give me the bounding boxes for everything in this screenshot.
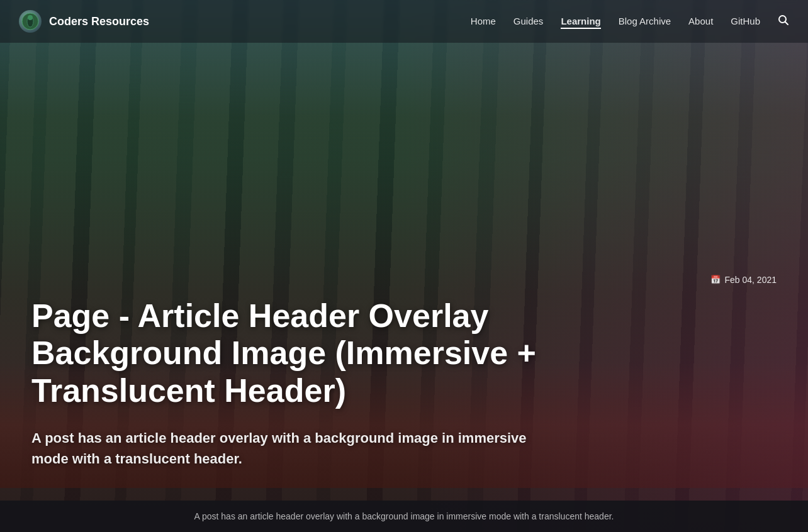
nav-item-blog-archive[interactable]: Blog Archive: [619, 16, 671, 27]
nav-item-guides[interactable]: Guides: [513, 16, 544, 27]
svg-point-2: [28, 15, 33, 20]
nav-link-learning[interactable]: Learning: [561, 16, 600, 29]
brand-link[interactable]: Coders Resources: [19, 10, 149, 33]
nav-link-about[interactable]: About: [688, 16, 713, 26]
nav-links: Home Guides Learning Blog Archive About …: [471, 14, 789, 28]
footer-text: A post has an article header overlay wit…: [194, 511, 614, 521]
nav-search-button[interactable]: [778, 14, 789, 28]
nav-item-about[interactable]: About: [688, 16, 713, 27]
hero-date-row: 📅 Feb 04, 2021: [31, 275, 777, 285]
nav-link-guides[interactable]: Guides: [513, 16, 544, 26]
nav-link-github[interactable]: GitHub: [731, 16, 760, 26]
footer-bar: A post has an article header overlay wit…: [0, 501, 808, 532]
nav-link-blog-archive[interactable]: Blog Archive: [619, 16, 671, 26]
nav-item-home[interactable]: Home: [471, 16, 496, 27]
calendar-icon: 📅: [710, 275, 721, 284]
brand-logo: [19, 10, 42, 33]
nav-link-home[interactable]: Home: [471, 16, 496, 26]
svg-line-4: [785, 22, 788, 25]
nav-item-github[interactable]: GitHub: [731, 16, 760, 27]
hero-subtitle: A post has an article header overlay wit…: [31, 428, 566, 469]
hero-content: 📅 Feb 04, 2021 Page - Article Header Ove…: [0, 275, 808, 469]
nav-item-learning[interactable]: Learning: [561, 16, 600, 27]
navbar: Coders Resources Home Guides Learning Bl…: [0, 0, 808, 43]
brand-name: Coders Resources: [49, 15, 149, 28]
hero-date: Feb 04, 2021: [724, 275, 777, 285]
search-icon[interactable]: [778, 17, 789, 28]
hero-title: Page - Article Header Overlay Background…: [31, 297, 598, 410]
